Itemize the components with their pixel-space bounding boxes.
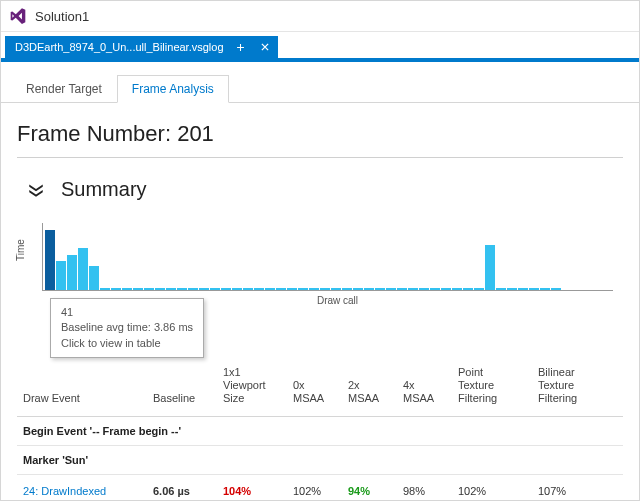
chart-bar[interactable]	[408, 288, 418, 290]
chart-bars[interactable]	[42, 223, 613, 291]
tooltip-hint: Click to view in table	[61, 336, 193, 351]
chart-bar[interactable]	[529, 288, 539, 290]
chart-bar[interactable]	[375, 288, 385, 290]
chart-bar[interactable]	[243, 288, 253, 290]
chart-bar[interactable]	[56, 261, 66, 290]
chart-bar[interactable]	[254, 288, 264, 290]
chart-bar[interactable]	[463, 288, 473, 290]
col-bilinear[interactable]: Bilinear Texture Filtering	[538, 366, 618, 406]
chart-bar[interactable]	[518, 288, 528, 290]
col-msaa4[interactable]: 4x MSAA	[403, 379, 458, 405]
frame-number-header: Frame Number: 201	[17, 121, 623, 158]
chart-bar[interactable]	[309, 288, 319, 290]
pin-icon[interactable]	[234, 40, 248, 54]
chart-bar[interactable]	[342, 288, 352, 290]
chart-bar[interactable]	[430, 288, 440, 290]
content-area: Frame Number: 201 Summary Time Draw call…	[1, 103, 639, 501]
draw-event-link[interactable]: 24: DrawIndexed	[23, 485, 153, 497]
chart-bar[interactable]	[452, 288, 462, 290]
visual-studio-icon	[9, 7, 27, 25]
chart-bar[interactable]	[89, 266, 99, 290]
chart-bar[interactable]	[485, 245, 495, 290]
chart-bar[interactable]	[144, 288, 154, 290]
tab-render-target[interactable]: Render Target	[11, 75, 117, 103]
group-marker-sun[interactable]: Marker 'Sun'	[17, 446, 623, 475]
chart-bar[interactable]	[78, 248, 88, 290]
chart-bar[interactable]	[276, 288, 286, 290]
chart-bar[interactable]	[551, 288, 561, 290]
cell-bilinear: 107%	[538, 485, 618, 497]
chart-bar[interactable]	[474, 288, 484, 290]
cell-msaa4: 98%	[403, 485, 458, 497]
group-begin-event[interactable]: Begin Event '-- Frame begin --'	[17, 417, 623, 446]
chart-bar[interactable]	[353, 288, 363, 290]
sub-tab-strip: Render Target Frame Analysis	[1, 62, 639, 103]
cell-point: 102%	[458, 485, 538, 497]
cell-msaa2: 94%	[348, 485, 403, 497]
cell-msaa0: 102%	[293, 485, 348, 497]
chart-bar[interactable]	[540, 288, 550, 290]
chart-bar[interactable]	[210, 288, 220, 290]
tab-frame-analysis[interactable]: Frame Analysis	[117, 75, 229, 103]
title-bar: Solution1	[1, 1, 639, 32]
summary-section-header[interactable]: Summary	[27, 178, 623, 201]
col-draw-event[interactable]: Draw Event	[23, 392, 153, 405]
cell-viewport: 104%	[223, 485, 293, 497]
cell-baseline: 6.06 µs	[153, 485, 223, 497]
chart-bar[interactable]	[122, 288, 132, 290]
table-row: 24: DrawIndexed 6.06 µs 104% 102% 94% 98…	[17, 475, 623, 501]
chart-bar[interactable]	[364, 288, 374, 290]
window-title: Solution1	[35, 9, 89, 24]
chart-bar[interactable]	[265, 288, 275, 290]
chart-bar[interactable]	[419, 288, 429, 290]
document-tab-label: D3DEarth_8974_0_Un...ull_Bilinear.vsglog	[15, 41, 224, 53]
document-tab-strip: D3DEarth_8974_0_Un...ull_Bilinear.vsglog	[1, 32, 639, 58]
chart-tooltip: 41 Baseline avg time: 3.86 ms Click to v…	[50, 298, 204, 358]
chart-bar[interactable]	[232, 288, 242, 290]
chart-bar[interactable]	[133, 288, 143, 290]
col-point[interactable]: Point Texture Filtering	[458, 366, 538, 406]
chart-bar[interactable]	[320, 288, 330, 290]
chart-bar[interactable]	[199, 288, 209, 290]
close-icon[interactable]	[258, 40, 272, 54]
chart-bar[interactable]	[221, 288, 231, 290]
col-viewport[interactable]: 1x1 Viewport Size	[223, 366, 293, 406]
chart-bar[interactable]	[155, 288, 165, 290]
chart-bar[interactable]	[287, 288, 297, 290]
chart-bar[interactable]	[67, 255, 77, 290]
table-header-row: Draw Event Baseline 1x1 Viewport Size 0x…	[17, 362, 623, 417]
col-baseline[interactable]: Baseline	[153, 392, 223, 405]
col-msaa2[interactable]: 2x MSAA	[348, 379, 403, 405]
chart-bar[interactable]	[331, 288, 341, 290]
tooltip-baseline: Baseline avg time: 3.86 ms	[61, 320, 193, 335]
chart-bar[interactable]	[45, 230, 55, 290]
document-tab[interactable]: D3DEarth_8974_0_Un...ull_Bilinear.vsglog	[5, 36, 278, 58]
summary-label: Summary	[61, 178, 147, 201]
chart-bar[interactable]	[100, 288, 110, 290]
chart-bar[interactable]	[166, 288, 176, 290]
chart-bar[interactable]	[507, 288, 517, 290]
chart-bar[interactable]	[177, 288, 187, 290]
chart-bar[interactable]	[397, 288, 407, 290]
tooltip-index: 41	[61, 305, 193, 320]
chart-bar[interactable]	[111, 288, 121, 290]
chart-y-axis-label: Time	[15, 239, 26, 261]
collapse-icon[interactable]	[27, 181, 45, 199]
chart-bar[interactable]	[496, 288, 506, 290]
chart-bar[interactable]	[386, 288, 396, 290]
chart-bar[interactable]	[188, 288, 198, 290]
col-msaa0[interactable]: 0x MSAA	[293, 379, 348, 405]
results-table: Draw Event Baseline 1x1 Viewport Size 0x…	[17, 362, 623, 501]
time-chart: Time Draw call 41 Baseline avg time: 3.8…	[17, 223, 623, 306]
chart-bar[interactable]	[298, 288, 308, 290]
chart-bar[interactable]	[441, 288, 451, 290]
